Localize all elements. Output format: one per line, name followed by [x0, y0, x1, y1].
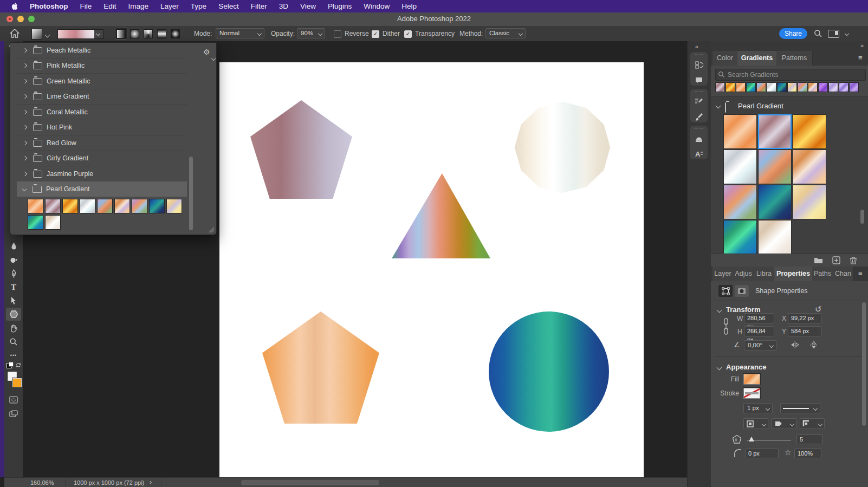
folder-row-pink-metallic[interactable]: Pink Metallic — [17, 58, 187, 74]
recent-gradient-swatch[interactable] — [798, 82, 807, 92]
recent-gradient-swatch[interactable] — [787, 82, 797, 92]
tab-adjustments[interactable]: Adjus — [733, 267, 754, 281]
recent-gradient-swatch[interactable] — [726, 82, 735, 92]
y-input[interactable]: 584 px — [788, 326, 821, 336]
workspace-icon[interactable] — [828, 30, 839, 38]
tab-layers[interactable]: Layer — [712, 267, 734, 281]
folder-row-coral-metallic[interactable]: Coral Metallic — [17, 105, 187, 120]
gear-icon[interactable]: ⚙ — [203, 48, 210, 56]
popup-swatch-2[interactable] — [45, 199, 61, 213]
default-colors-icon[interactable] — [7, 363, 12, 368]
type-tool[interactable]: T — [6, 281, 21, 294]
gradient-folder-name[interactable]: Pearl Gradient — [738, 102, 783, 110]
recent-gradient-swatch[interactable] — [818, 82, 828, 92]
delete-gradient-trash-icon[interactable] — [850, 256, 857, 264]
panel-expand-icon[interactable]: » — [860, 42, 864, 49]
tool-preset-chevron-icon[interactable] — [45, 33, 50, 38]
version-history-icon[interactable] — [690, 57, 708, 73]
tab-paths[interactable]: Paths — [812, 267, 833, 281]
status-chevron-icon[interactable]: › — [150, 478, 152, 486]
popup-swatch-9[interactable] — [166, 199, 182, 213]
folder-row-lime-gradient[interactable]: Lime Gradient — [17, 89, 187, 105]
sides-value-input[interactable]: 5 — [796, 434, 822, 444]
blur-tool[interactable] — [6, 239, 21, 252]
popup-scrollbar[interactable] — [189, 157, 193, 230]
stroke-align-dropdown[interactable] — [743, 418, 768, 429]
gradient-tool-preset-icon[interactable] — [31, 29, 42, 40]
new-gradient-icon[interactable] — [832, 256, 840, 264]
mode-dropdown[interactable]: Normal — [216, 28, 264, 38]
screen-mode-icon[interactable] — [6, 407, 21, 420]
popup-swatch-11[interactable] — [45, 215, 61, 230]
pearl-swatch-11[interactable] — [758, 220, 792, 255]
tab-channels[interactable]: Chan — [833, 267, 854, 281]
flip-vertical-icon[interactable] — [809, 341, 818, 349]
linear-gradient-type-button[interactable] — [115, 28, 127, 40]
search-icon[interactable] — [814, 29, 822, 38]
recent-gradient-swatch[interactable] — [828, 82, 838, 92]
folder-chevron-icon[interactable] — [716, 103, 721, 109]
polygon-shape-tool[interactable] — [6, 308, 21, 321]
radial-gradient-type-button[interactable] — [128, 28, 141, 40]
popup-swatch-1[interactable] — [28, 199, 43, 213]
diamond-gradient-type-button[interactable] — [169, 28, 182, 40]
menu-view[interactable]: View — [294, 0, 322, 12]
tab-properties[interactable]: Properties — [774, 267, 813, 281]
menu-filter[interactable]: Filter — [245, 0, 273, 12]
transform-collapse-icon[interactable] — [717, 308, 722, 313]
zoom-level-field[interactable]: 160,06% — [30, 478, 54, 487]
star-ratio-input[interactable]: 100% — [794, 449, 821, 458]
gradient-search-field[interactable]: Search Gradients — [715, 69, 866, 81]
sides-slider-thumb[interactable] — [749, 437, 754, 441]
height-input[interactable]: 266,84 px — [744, 326, 774, 336]
popup-swatch-8[interactable] — [149, 199, 165, 213]
folder-row-hot-pink[interactable]: Hot Pink — [17, 120, 187, 135]
workspace-chevron-icon[interactable] — [845, 31, 849, 36]
fill-swatch[interactable] — [743, 374, 760, 385]
gradient-picker-open-button[interactable] — [94, 29, 103, 39]
tab-color[interactable]: Color — [712, 51, 738, 66]
zoom-tool[interactable] — [6, 335, 21, 348]
dock-collapse-icon[interactable]: « — [695, 43, 698, 50]
menu-window[interactable]: Window — [358, 0, 396, 12]
gradients-scrollbar[interactable] — [860, 210, 864, 224]
pearl-swatch-5[interactable] — [758, 150, 792, 184]
dither-checkbox[interactable]: ✓ — [372, 30, 379, 38]
folder-row-jasmine-purple[interactable]: Jasmine Purple — [17, 166, 187, 182]
recent-gradient-swatch[interactable] — [777, 82, 787, 92]
recent-gradient-swatch[interactable] — [756, 82, 766, 92]
background-color-swatch[interactable] — [12, 378, 22, 387]
gradient-preview-swatch[interactable] — [57, 29, 95, 39]
menu-layer[interactable]: Layer — [154, 0, 185, 12]
comments-icon[interactable] — [690, 73, 708, 88]
path-selection-tool[interactable] — [6, 294, 21, 307]
link-dimensions-icon[interactable] — [723, 316, 729, 337]
recent-gradient-swatch[interactable] — [808, 82, 818, 92]
pearl-swatch-10[interactable] — [723, 220, 757, 255]
stroke-style-dropdown[interactable] — [780, 403, 820, 413]
pearl-swatch-8[interactable] — [758, 185, 792, 219]
stroke-width-dropdown[interactable]: 1 px — [743, 403, 773, 413]
recent-gradient-swatch[interactable] — [736, 82, 746, 92]
folder-row-girly-gradient[interactable]: Girly Gradient — [17, 151, 187, 166]
pearl-swatch-1[interactable] — [723, 114, 757, 149]
reverse-checkbox[interactable] — [334, 30, 341, 38]
edit-toolbar-icon[interactable]: ••• — [6, 349, 21, 362]
shape-pentagon-mauve[interactable] — [250, 100, 352, 199]
stroke-cap-dropdown[interactable] — [772, 418, 796, 429]
pearl-swatch-3[interactable] — [793, 114, 826, 149]
recent-gradient-swatch[interactable] — [839, 82, 848, 92]
transform-properties-icon[interactable] — [718, 285, 733, 297]
dodge-tool[interactable] — [6, 254, 21, 267]
stroke-corner-dropdown[interactable] — [800, 418, 825, 429]
apple-icon[interactable] — [11, 2, 18, 10]
shape-triangle-rainbow[interactable] — [392, 173, 490, 258]
recent-gradient-swatch[interactable] — [767, 82, 776, 92]
hand-tool[interactable] — [6, 322, 21, 335]
reflected-gradient-type-button[interactable] — [156, 28, 168, 40]
popup-swatch-6[interactable] — [114, 199, 130, 213]
recent-gradient-swatch[interactable] — [849, 82, 859, 92]
menu-type[interactable]: Type — [185, 0, 212, 12]
x-input[interactable]: 99,22 px — [788, 313, 821, 323]
tab-gradients[interactable]: Gradients — [737, 51, 777, 66]
